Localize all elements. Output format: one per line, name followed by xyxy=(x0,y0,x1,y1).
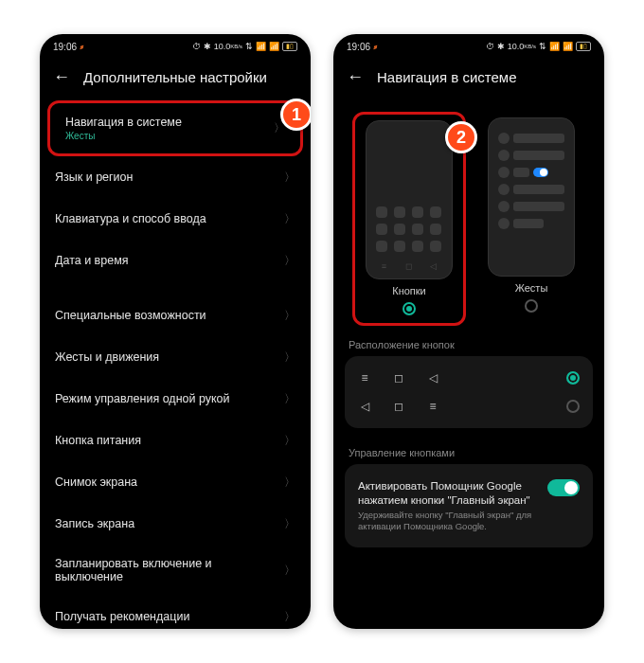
screen2-header: ← Навигация в системе xyxy=(333,59,604,100)
screen1-title: Дополнительные настройки xyxy=(83,69,267,85)
assistant-card: Активировать Помощник Google нажатием кн… xyxy=(345,464,593,547)
square-icon: ◻ xyxy=(392,371,405,385)
button-layout-card: ≡◻◁ ◁◻≡ xyxy=(345,356,593,428)
item-gestures[interactable]: Жесты и движения 〉 xyxy=(40,336,311,378)
radio-layout-1[interactable] xyxy=(566,371,580,385)
status-time: 19:06 xyxy=(347,42,370,52)
status-bar: 19:06 ⸗ ⏱✱ 10.0KB/s ⇅📶📶 ▮▯ xyxy=(333,34,604,59)
chevron-right-icon: 〉 xyxy=(284,609,295,625)
chevron-right-icon: 〉 xyxy=(284,563,295,579)
nav-order-icons: ◁◻≡ xyxy=(358,400,439,413)
status-right: ⏱✱ 10.0KB/s ⇅📶📶 ▮▯ xyxy=(192,42,297,51)
triangle-left-icon: ◁ xyxy=(426,371,439,385)
item-one-hand[interactable]: Режим управления одной рукой 〉 xyxy=(40,378,311,420)
item-nav-system[interactable]: Навигация в системе Жесты 〉 xyxy=(50,103,300,153)
triangle-left-icon: ◁ xyxy=(358,400,371,413)
screen2-title: Навигация в системе xyxy=(377,69,516,85)
radio-buttons[interactable] xyxy=(402,302,416,315)
layout-option-1[interactable]: ≡◻◁ xyxy=(354,364,583,392)
section-gap xyxy=(40,281,311,295)
assistant-sub: Удерживайте кнопку "Главный экран" для а… xyxy=(358,510,547,532)
chevron-right-icon: 〉 xyxy=(284,391,295,407)
item-label: Навигация в системе xyxy=(65,116,182,129)
choice-gestures-label: Жесты xyxy=(515,282,548,294)
item-recommend[interactable]: Получать рекомендации 〉 xyxy=(40,596,311,629)
item-scheduled[interactable]: Запланировать включение и выключение 〉 xyxy=(40,545,311,596)
chevron-right-icon: 〉 xyxy=(284,433,295,449)
item-lang-region[interactable]: Язык и регион 〉 xyxy=(40,156,311,198)
step-badge-1: 1 xyxy=(280,99,311,131)
back-arrow-icon[interactable]: ← xyxy=(347,68,364,85)
step-badge-2: 2 xyxy=(445,121,477,153)
status-time: 19:06 xyxy=(53,42,77,52)
item-keyboard[interactable]: Клавиатура и способ ввода 〉 xyxy=(40,198,311,240)
item-power-btn[interactable]: Кнопка питания 〉 xyxy=(40,420,311,461)
preview-buttons: ≡◻◁ xyxy=(366,120,453,279)
layout-option-2[interactable]: ◁◻≡ xyxy=(354,392,583,421)
assistant-toggle[interactable] xyxy=(547,479,580,496)
status-accent-icon: ⸗ xyxy=(80,41,85,53)
preview-gestures xyxy=(488,117,575,277)
phone-screen-2: 2 19:06 ⸗ ⏱✱ 10.0KB/s ⇅📶📶 ▮▯ ← Навигация… xyxy=(333,34,604,629)
chevron-right-icon: 〉 xyxy=(284,349,295,366)
screen1-header: ← Дополнительные настройки xyxy=(40,59,311,100)
item-accessibility[interactable]: Специальные возможности 〉 xyxy=(40,295,311,336)
status-bar: 19:06 ⸗ ⏱✱ 10.0KB/s ⇅📶📶 ▮▯ xyxy=(40,34,311,59)
chevron-right-icon: 〉 xyxy=(284,211,295,227)
status-accent-icon: ⸗ xyxy=(373,41,379,53)
menu-icon: ≡ xyxy=(426,400,439,413)
choice-buttons-label: Кнопки xyxy=(392,285,426,296)
nav-order-icons: ≡◻◁ xyxy=(358,371,439,385)
assistant-title: Активировать Помощник Google нажатием кн… xyxy=(358,479,547,508)
choice-gestures[interactable]: Жесты xyxy=(477,112,585,326)
phone-screen-1: 1 19:06 ⸗ ⏱✱ 10.0KB/s ⇅📶📶 ▮▯ ← Дополните… xyxy=(40,34,311,629)
status-right: ⏱✱ 10.0KB/s ⇅📶📶 ▮▯ xyxy=(486,42,591,51)
menu-icon: ≡ xyxy=(358,371,371,385)
radio-layout-2[interactable] xyxy=(566,400,580,413)
section-button-layout: Расположение кнопок xyxy=(333,330,604,356)
section-button-manage: Управление кнопками xyxy=(333,438,604,464)
chevron-right-icon: 〉 xyxy=(284,475,295,491)
item-google-assistant[interactable]: Активировать Помощник Google нажатием кн… xyxy=(354,472,583,540)
chevron-right-icon: 〉 xyxy=(284,308,295,324)
item-screenshot[interactable]: Снимок экрана 〉 xyxy=(40,461,311,503)
square-icon: ◻ xyxy=(392,400,405,413)
item-sublabel: Жесты xyxy=(65,131,182,141)
back-arrow-icon[interactable]: ← xyxy=(53,68,70,85)
screen1-list: Навигация в системе Жесты 〉 Язык и регио… xyxy=(40,100,311,629)
radio-gestures[interactable] xyxy=(525,299,538,313)
highlight-nav-system: Навигация в системе Жесты 〉 xyxy=(47,100,303,156)
preview-navbar-icons: ≡◻◁ xyxy=(372,258,446,271)
item-date-time[interactable]: Дата и время 〉 xyxy=(40,240,311,281)
item-screen-rec[interactable]: Запись экрана 〉 xyxy=(40,503,311,545)
chevron-right-icon: 〉 xyxy=(284,516,295,532)
chevron-right-icon: 〉 xyxy=(284,253,295,269)
chevron-right-icon: 〉 xyxy=(284,170,295,186)
